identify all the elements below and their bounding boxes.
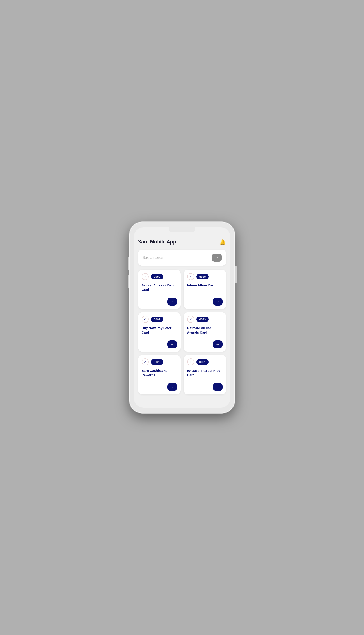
card-number-badge: 0051 [196, 359, 209, 365]
search-bar[interactable]: Search cards → [138, 250, 226, 266]
check-mark: ✓ [144, 317, 146, 321]
card-item-ultimate-airline: ✓ 0033 Ultimate Airline Awards Card → [184, 312, 226, 352]
card-top: ✓ 0051 [187, 358, 222, 366]
check-mark: ✓ [189, 360, 192, 364]
card-arrow-button[interactable]: → [168, 340, 177, 348]
card-top: ✓ 0099 [142, 316, 177, 323]
bell-icon: 🔔 [219, 239, 226, 245]
screen-content: Xard Mobile App 🔔 Search cards → [134, 227, 230, 408]
card-arrow-icon: → [170, 385, 174, 389]
search-placeholder: Search cards [142, 256, 163, 260]
app-title: Xard Mobile App [138, 239, 176, 245]
card-top: ✓ 8888 [187, 273, 222, 280]
card-number-badge: 0080 [151, 274, 164, 279]
check-icon: ✓ [187, 316, 194, 323]
card-arrow-icon: → [170, 342, 174, 346]
phone-screen: Xard Mobile App 🔔 Search cards → [134, 227, 230, 408]
card-name: Interest-Free Card [187, 283, 222, 298]
card-arrow-icon: → [216, 385, 220, 389]
card-arrow-button[interactable]: → [168, 298, 177, 306]
check-icon: ✓ [187, 273, 194, 280]
card-arrow-button[interactable]: → [213, 383, 222, 391]
phone-wrapper: Xard Mobile App 🔔 Search cards → [125, 219, 239, 416]
search-arrow-icon: → [215, 255, 219, 260]
card-name: 90 Days Interest Free Card [187, 369, 222, 383]
card-item-buy-now-pay-later: ✓ 0099 Buy Now Pay Later Card → [138, 312, 180, 352]
card-name: Buy Now Pay Later Card [142, 326, 177, 340]
card-name: Earn Cashbacks Rewards [142, 369, 177, 383]
check-icon: ✓ [142, 358, 149, 366]
card-item-earn-cashbacks: ✓ 0022 Earn Cashbacks Rewards → [138, 355, 180, 395]
card-arrow-button[interactable]: → [168, 383, 177, 391]
check-mark: ✓ [144, 275, 146, 278]
card-item-interest-free: ✓ 8888 Interest-Free Card → [184, 269, 226, 309]
header: Xard Mobile App 🔔 [138, 236, 226, 245]
card-number-badge: 0022 [151, 359, 164, 365]
card-top: ✓ 0033 [187, 316, 222, 323]
card-arrow-icon: → [216, 342, 220, 346]
card-name: Ultimate Airline Awards Card [187, 326, 222, 340]
check-icon: ✓ [142, 273, 149, 280]
card-item-90-days-interest: ✓ 0051 90 Days Interest Free Card → [184, 355, 226, 395]
card-item-saving-debit: ✓ 0080 Saving Account Debit Card → [138, 269, 180, 309]
card-arrow-icon: → [216, 300, 220, 304]
check-mark: ✓ [189, 317, 192, 321]
phone-shell: Xard Mobile App 🔔 Search cards → [130, 222, 235, 413]
notch [169, 227, 195, 232]
card-top: ✓ 0080 [142, 273, 177, 280]
card-top: ✓ 0022 [142, 358, 177, 366]
card-arrow-icon: → [170, 300, 174, 304]
card-number-badge: 0099 [151, 316, 164, 322]
card-number-badge: 8888 [196, 274, 209, 279]
card-arrow-button[interactable]: → [213, 298, 222, 306]
check-icon: ✓ [142, 316, 149, 323]
check-mark: ✓ [189, 275, 192, 278]
cards-grid: ✓ 0080 Saving Account Debit Card → ✓ 888… [138, 269, 226, 395]
bell-button[interactable]: 🔔 [219, 238, 226, 245]
check-mark: ✓ [144, 360, 146, 364]
check-icon: ✓ [187, 358, 194, 366]
card-number-badge: 0033 [196, 316, 209, 322]
card-arrow-button[interactable]: → [213, 340, 222, 348]
search-button[interactable]: → [212, 254, 222, 262]
card-name: Saving Account Debit Card [142, 283, 177, 298]
